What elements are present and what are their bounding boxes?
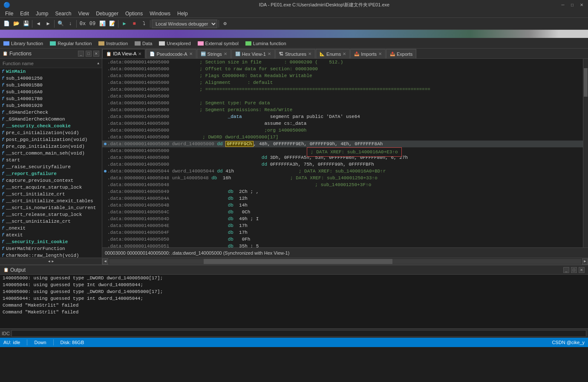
tab-close-strings[interactable]: ✕	[224, 52, 227, 56]
scroll-thumb-h[interactable]	[204, 259, 392, 264]
statusbar: AU: idle Down Disk: 86GB CSDN @cike_y	[0, 338, 588, 347]
back-button[interactable]: ◀	[34, 19, 43, 29]
menu-help[interactable]: Help	[174, 9, 191, 18]
func-item-3[interactable]: f sub_1400017B0	[0, 95, 102, 102]
func-item-6[interactable]: f _GSHandlerCheckCommon	[0, 116, 102, 123]
func-item-19[interactable]: f __scrt_release_startup_lock	[0, 211, 102, 218]
func-item-winmain[interactable]: f WinMain	[0, 68, 102, 75]
run-button[interactable]: ▶	[120, 19, 129, 29]
scroll-track[interactable]	[109, 259, 581, 264]
output-minimize-btn[interactable]: _	[563, 267, 569, 273]
tab-structures[interactable]: 🏗 Structures ✕	[275, 49, 315, 58]
idc-input[interactable]	[12, 330, 586, 337]
next-button[interactable]: ↓	[66, 19, 75, 29]
tab-close-struct[interactable]: ✕	[308, 52, 311, 56]
func-item-1[interactable]: f sub_1400015B0	[0, 82, 102, 89]
func-item-start[interactable]: f start	[0, 157, 102, 164]
minimize-button[interactable]: ─	[560, 2, 566, 8]
output-panel-header: 📋 Output _ □ ✕	[0, 265, 588, 275]
func-item-10[interactable]: f pre_cpp_initialization(void)	[0, 143, 102, 150]
tab-pseudocode[interactable]: 📄 Pseudocode-A ✕	[146, 49, 196, 58]
text-button[interactable]: 📝	[107, 19, 117, 29]
func-item-0[interactable]: f sub_140001250	[0, 75, 102, 82]
dec-button[interactable]: 09	[88, 19, 97, 29]
scroll-right-arrow[interactable]: ▶	[52, 259, 54, 263]
func-item-13[interactable]: f __report_gsfailure	[0, 170, 102, 177]
hex-button[interactable]: 0x	[78, 19, 87, 29]
tab-exports[interactable]: 📤 Exports	[386, 49, 416, 58]
scroll-thumb[interactable]	[584, 68, 588, 96]
func-item-4[interactable]: f sub_140001920	[0, 102, 102, 109]
func-item-14[interactable]: f capture_previous_context	[0, 177, 102, 184]
breakpoint-dot	[104, 143, 107, 145]
debugger-dropdown[interactable]: Local Windows debugger	[152, 20, 217, 28]
open-button[interactable]: 📂	[12, 19, 21, 29]
tab-close-pseudo[interactable]: ✕	[189, 52, 193, 56]
menu-jump[interactable]: Jump	[32, 9, 52, 18]
func-item-12[interactable]: f __raise_securityfailure	[0, 164, 102, 170]
func-item-atexit[interactable]: f atexit	[0, 232, 102, 238]
scroll-right[interactable]: ▶	[582, 258, 588, 264]
menu-file[interactable]: File	[2, 9, 17, 18]
stop-button[interactable]: ■	[130, 19, 139, 29]
func-icon: f	[2, 206, 4, 210]
func-item-9[interactable]: f post_pgo_initialization(void)	[0, 136, 102, 143]
graph-button[interactable]: 📊	[98, 19, 107, 29]
menu-debugger[interactable]: Debugger	[92, 9, 122, 18]
func-item-onexit[interactable]: f _onexit	[0, 225, 102, 232]
tab-close-imports[interactable]: ✕	[378, 52, 382, 56]
code-line: .data:0000000140005000 ; Segment type: P…	[102, 100, 583, 106]
tab-strings[interactable]: 🔤 Strings ✕	[197, 49, 231, 58]
panel-close-btn[interactable]: ✕	[93, 51, 99, 57]
forward-button[interactable]: ▶	[43, 19, 53, 29]
output-maximize-btn[interactable]: □	[571, 267, 577, 273]
func-item-11[interactable]: f __scrt_common_main_seh(void)	[0, 150, 102, 157]
new-button[interactable]: 📄	[2, 19, 11, 29]
menu-view[interactable]: View	[75, 9, 92, 18]
find-button[interactable]: 🔍	[56, 19, 65, 29]
scroll-up-arrow[interactable]: ▲	[97, 61, 99, 65]
output-close-btn[interactable]: ✕	[579, 267, 585, 273]
close-button[interactable]: ✕	[579, 2, 585, 8]
func-item-20[interactable]: f __scrt_uninitialize_crt	[0, 218, 102, 225]
maximize-button[interactable]: □	[569, 2, 575, 8]
bullet	[103, 143, 107, 145]
panel-float-btn[interactable]: □	[86, 51, 92, 57]
breakpoint-dot	[104, 170, 107, 172]
menu-windows[interactable]: Windows	[146, 9, 174, 18]
code-view-scrollbar[interactable]	[583, 59, 588, 247]
menu-search[interactable]: Search	[52, 9, 75, 18]
tab-close-enums[interactable]: ✕	[343, 52, 346, 56]
panel-minimize-btn[interactable]: _	[78, 51, 84, 57]
menu-edit[interactable]: Edit	[17, 9, 32, 18]
tab-ida-view[interactable]: 📋 IDA View-A ✕	[102, 49, 145, 58]
scroll-left[interactable]: ◀	[102, 258, 108, 264]
func-item-security-init[interactable]: f __security_init_cookie	[0, 238, 102, 245]
settings-button[interactable]: ⚙	[220, 19, 230, 29]
func-item-15[interactable]: f __scrt_acquire_startup_lock	[0, 184, 102, 191]
scroll-left-arrow[interactable]: ◀	[48, 259, 50, 263]
code-line: .data:0000000140005048 unk_140005048 db …	[102, 175, 583, 181]
step-button[interactable]: ⤵	[139, 19, 149, 29]
tab-enums[interactable]: 📐 Enums ✕	[316, 49, 350, 58]
func-item-8[interactable]: f pre_c_initialization(void)	[0, 129, 102, 136]
functions-list[interactable]: f WinMain f sub_140001250 f sub_1400015B…	[0, 68, 102, 258]
func-item-17[interactable]: f __scrt_initialize_onexit_tables	[0, 198, 102, 204]
func-item-18[interactable]: f __scrt_is_nonwritable_in_current	[0, 204, 102, 211]
func-item-charnode[interactable]: f charNode::raw_length(void)	[0, 252, 102, 258]
func-item-usermath[interactable]: f UserMathErrorFunction	[0, 245, 102, 252]
code-view[interactable]: .data:0000000140005000 ; Section size in…	[102, 59, 583, 247]
func-name: __scrt_initialize_onexit_tables	[6, 198, 93, 204]
func-icon: f	[2, 185, 4, 190]
func-item-5[interactable]: f _GSHandlerCheck	[0, 109, 102, 116]
horizontal-scrollbar[interactable]: ◀ ▶	[102, 258, 588, 264]
func-item-7[interactable]: f __security_check_cookie	[0, 123, 102, 129]
tab-imports[interactable]: 📥 Imports ✕	[350, 49, 386, 58]
tab-close-ida[interactable]: ✕	[138, 52, 141, 56]
tab-close-hex[interactable]: ✕	[268, 52, 271, 56]
func-item-16[interactable]: f __scrt_initialize_crt	[0, 191, 102, 198]
save-button[interactable]: 💾	[21, 19, 31, 29]
tab-hexview[interactable]: 🔢 Hex View-1 ✕	[231, 49, 275, 58]
menu-options[interactable]: Options	[122, 9, 146, 18]
func-item-2[interactable]: f sub_1400016A0	[0, 89, 102, 95]
